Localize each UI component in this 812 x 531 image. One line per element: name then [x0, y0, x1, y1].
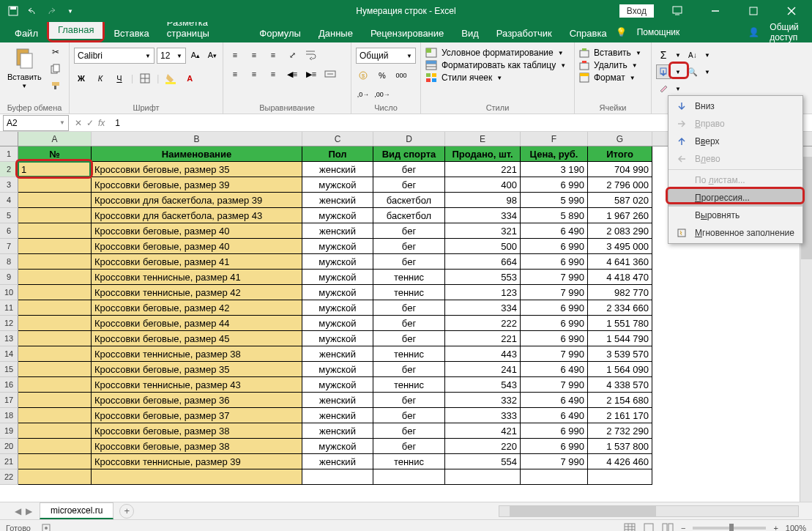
clear-icon[interactable]	[656, 81, 671, 96]
cell[interactable]: 2 161 170	[588, 408, 652, 423]
cell[interactable]: 7 990	[521, 285, 588, 300]
cancel-formula-icon[interactable]: ✕	[75, 118, 82, 128]
view-normal-icon[interactable]	[624, 523, 636, 532]
cell[interactable]: 123	[445, 285, 521, 300]
cell[interactable]: Кроссовки беговые, размер 41	[92, 254, 302, 270]
sheet-nav-next-icon[interactable]: ▶	[26, 506, 32, 516]
cell[interactable]: мужской	[302, 331, 373, 346]
cell[interactable]: Кроссовки теннисные, размер 39	[92, 454, 302, 469]
save-icon[interactable]	[7, 5, 19, 17]
zoom-level[interactable]: 100%	[786, 524, 806, 532]
decrease-indent-icon[interactable]: ◀≡	[285, 67, 299, 81]
fill-icon[interactable]	[656, 64, 671, 79]
col-header-B[interactable]: B	[92, 132, 302, 146]
cell[interactable]	[588, 469, 652, 485]
orientation-icon[interactable]: ⤢	[285, 48, 299, 62]
cell[interactable]: 332	[445, 393, 521, 408]
cell[interactable]: 2 154 680	[588, 393, 652, 408]
login-button[interactable]: Вход	[619, 4, 654, 18]
col-header-E[interactable]: E	[445, 132, 521, 146]
align-top-icon[interactable]: ≡	[228, 48, 242, 62]
cell[interactable]: Кроссовки беговые, размер 35	[92, 362, 302, 377]
cell[interactable]: 6 990	[521, 177, 588, 193]
cell[interactable]: теннис	[373, 285, 445, 300]
cell[interactable]	[18, 377, 92, 393]
cell[interactable]: 1 544 790	[588, 331, 652, 346]
row-header[interactable]: 21	[0, 454, 18, 469]
cell[interactable]: Кроссовки теннисные, размер 38	[92, 346, 302, 362]
cell[interactable]: мужской	[302, 316, 373, 331]
cell[interactable]: 5 890	[521, 208, 588, 223]
sort-filter-icon[interactable]: A↓	[685, 48, 700, 62]
cell[interactable]: бег	[373, 439, 445, 454]
cell[interactable]: баскетбол	[373, 208, 445, 223]
cell[interactable]: Кроссовки беговые, размер 39	[92, 177, 302, 193]
cell-styles-button[interactable]: Стили ячеек ▼	[425, 73, 502, 83]
header-cell[interactable]: Продано, шт.	[445, 146, 521, 162]
cell[interactable]: Кроссовки беговые, размер 40	[92, 239, 302, 254]
row-header[interactable]: 5	[0, 208, 18, 223]
cell[interactable]	[18, 285, 92, 300]
cell[interactable]	[445, 469, 521, 485]
cell[interactable]	[373, 469, 445, 485]
zoom-out-icon[interactable]: −	[681, 524, 685, 532]
cell[interactable]: 400	[445, 177, 521, 193]
cell[interactable]: 221	[445, 162, 521, 177]
autosum-icon[interactable]: Σ	[656, 48, 671, 62]
menu-fill-justify[interactable]: Выровнять	[668, 207, 802, 224]
borders-icon[interactable]	[138, 71, 152, 86]
cell[interactable]: 6 490	[521, 223, 588, 239]
cell[interactable]: Кроссовки беговые, размер 42	[92, 300, 302, 316]
align-middle-icon[interactable]: ≡	[247, 48, 261, 62]
undo-icon[interactable]	[26, 5, 38, 17]
row-header[interactable]: 18	[0, 408, 18, 423]
cell[interactable]: женский	[302, 454, 373, 469]
tab-formulas[interactable]: Формулы	[250, 24, 310, 42]
col-header-D[interactable]: D	[373, 132, 445, 146]
format-cells-button[interactable]: Формат ▼	[579, 73, 636, 83]
cell[interactable]: 333	[445, 408, 521, 423]
cell[interactable]: 4 338 570	[588, 377, 652, 393]
cell[interactable]: Кроссовки беговые, размер 40	[92, 223, 302, 239]
maximize-icon[interactable]	[739, 0, 768, 22]
cell[interactable]	[18, 223, 92, 239]
italic-icon[interactable]: К	[93, 71, 108, 86]
decrease-font-icon[interactable]: A▾	[205, 48, 220, 62]
fill-color-icon[interactable]	[163, 71, 178, 86]
cell[interactable]: Кроссовки беговые, размер 45	[92, 331, 302, 346]
select-all-corner[interactable]	[0, 132, 18, 146]
percent-icon[interactable]: %	[375, 68, 390, 83]
enter-formula-icon[interactable]: ✓	[86, 118, 94, 128]
cell[interactable]: мужской	[302, 270, 373, 285]
cell[interactable]: 1 967 260	[588, 208, 652, 223]
cell[interactable]: Кроссовки теннисные, размер 43	[92, 377, 302, 393]
cell[interactable]: 4 426 460	[588, 454, 652, 469]
cut-icon[interactable]: ✂	[48, 45, 64, 59]
cell[interactable]: 334	[445, 208, 521, 223]
zoom-in-icon[interactable]: +	[773, 524, 778, 532]
row-header[interactable]: 3	[0, 177, 18, 193]
cell[interactable]	[18, 439, 92, 454]
cell[interactable]: 222	[445, 316, 521, 331]
cell[interactable]: 4 418 470	[588, 270, 652, 285]
find-icon[interactable]: 🔍	[685, 64, 700, 79]
view-page-break-icon[interactable]	[662, 523, 674, 532]
cell[interactable]	[18, 331, 92, 346]
cell[interactable]: мужской	[302, 239, 373, 254]
cell[interactable]: теннис	[373, 270, 445, 285]
cell[interactable]	[92, 469, 302, 485]
menu-fill-series[interactable]: Прогрессия...	[668, 189, 802, 207]
cell[interactable]: 7 990	[521, 346, 588, 362]
cell[interactable]: 704 990	[588, 162, 652, 177]
cell[interactable]: 1 537 800	[588, 439, 652, 454]
cell[interactable]: мужской	[302, 377, 373, 393]
cell[interactable]: 321	[445, 223, 521, 239]
cell[interactable]: 6 990	[521, 239, 588, 254]
paste-button[interactable]: Вставить ▼	[4, 45, 45, 91]
align-right-icon[interactable]: ≡	[266, 67, 280, 81]
menu-flash-fill[interactable]: Мгновенное заполнение	[668, 224, 802, 242]
row-header[interactable]: 1	[0, 146, 18, 162]
cell[interactable]: 2 083 290	[588, 223, 652, 239]
cell[interactable]: женский	[302, 162, 373, 177]
cell[interactable]: Кроссовки теннисные, размер 41	[92, 270, 302, 285]
